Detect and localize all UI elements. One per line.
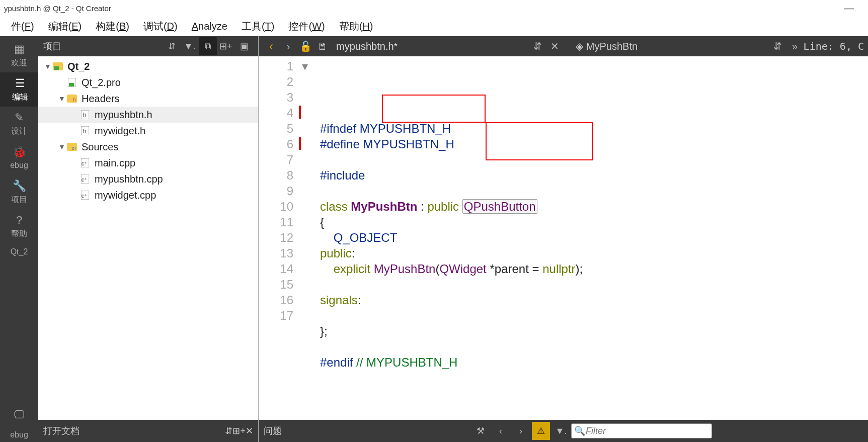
titlebar: ypushbtn.h @ Qt_2 - Qt Creator — xyxy=(0,0,868,16)
menu-help[interactable]: 帮助(H) xyxy=(332,20,380,33)
updown-icon[interactable]: ⇵ xyxy=(163,37,181,55)
close-tab-icon[interactable]: ✕ xyxy=(547,39,563,54)
change-marks xyxy=(299,56,302,420)
pencil-icon: ✎ xyxy=(13,111,26,124)
menu-edit[interactable]: 编辑(E) xyxy=(41,20,89,33)
grid-icon: ▦ xyxy=(13,43,26,56)
tree-label: mypushbtn.h xyxy=(95,109,152,121)
tree-item[interactable]: c⁺mywidget.cpp xyxy=(38,187,258,203)
tree-item[interactable]: ▼Qt_2 xyxy=(38,58,258,74)
twisty-icon[interactable]: ▼ xyxy=(57,95,66,103)
lock-icon[interactable]: 🔓 xyxy=(298,39,313,54)
warning-icon[interactable]: ⚠ xyxy=(532,422,550,440)
mode-edit[interactable]: ☰ 编辑 xyxy=(0,72,38,107)
mode-debug[interactable]: 🐞 ebug xyxy=(0,141,38,175)
menu-analyze[interactable]: Analyze xyxy=(185,21,234,32)
svg-text:c⁺: c⁺ xyxy=(82,193,87,199)
wrench-icon: 🔧 xyxy=(13,180,26,193)
tree-item[interactable]: ▼c++Sources xyxy=(38,139,258,155)
build-icon[interactable]: ⚒ xyxy=(471,422,490,440)
split-add2-icon[interactable]: ⊞+ xyxy=(232,425,246,436)
editor-header: ‹ › 🔓 🗎 mypushbtn.h* ⇵ ✕ ◈ MyPushBtn ⇵ »… xyxy=(259,36,868,56)
issues-title[interactable]: 问题 xyxy=(264,425,282,437)
issues-bar: 问题 ⚒ ‹ › ⚠ ▼. 🔍 xyxy=(259,420,868,442)
back-icon[interactable]: ‹ xyxy=(264,39,279,54)
tree-label: Qt_2 xyxy=(67,61,90,72)
cursor-position: Line: 6, C xyxy=(804,40,864,52)
tree-label: Sources xyxy=(82,141,118,153)
tree-item[interactable]: c⁺main.cpp xyxy=(38,155,258,171)
search-icon: 🔍 xyxy=(574,425,585,436)
menu-tools[interactable]: 工具(T) xyxy=(234,20,282,33)
next-issue-icon[interactable]: › xyxy=(512,422,530,440)
tree-item[interactable]: Qt_2.pro xyxy=(38,74,258,91)
monitor-icon[interactable]: 🖵 xyxy=(0,404,38,428)
panel-icon[interactable]: ▣ xyxy=(235,37,253,55)
prev-issue-icon[interactable]: ‹ xyxy=(492,422,510,440)
tree-label: mypushbtn.cpp xyxy=(95,173,163,185)
tree-item[interactable]: c⁺mypushbtn.cpp xyxy=(38,171,258,187)
svg-text:c⁺: c⁺ xyxy=(82,177,87,183)
mode-help[interactable]: ? 帮助 xyxy=(0,209,38,243)
sidebar-header: 项目 ⇵ ▼. ⧉ ⊞+ ▣ xyxy=(38,36,258,56)
updown3-icon[interactable]: ⇵ xyxy=(530,39,545,54)
bug-icon: 🐞 xyxy=(13,146,26,159)
split-add-icon[interactable]: ⊞+ xyxy=(217,37,235,55)
twisty-icon[interactable]: ▼ xyxy=(43,62,52,70)
filter-icon[interactable]: ▼. xyxy=(181,37,199,55)
file-icon: 🗎 xyxy=(315,39,330,54)
class-icon: ◈ xyxy=(576,40,583,52)
minimize-button[interactable]: — xyxy=(844,3,864,14)
debug-tab[interactable]: ebug xyxy=(0,428,38,442)
mode-welcome[interactable]: ▦ 欢迎 xyxy=(0,38,38,72)
symbol-selector[interactable]: ◈ MyPushBtn xyxy=(576,40,638,52)
tree-item[interactable]: hmywidget.h xyxy=(38,123,258,139)
cfile-icon: c⁺ xyxy=(80,157,91,168)
lines-icon: ☰ xyxy=(14,77,27,90)
svg-text:h: h xyxy=(83,128,87,135)
editor-filename[interactable]: mypushbtn.h* xyxy=(336,41,398,52)
line-numbers: 1234567891011121314151617 xyxy=(259,56,299,420)
sidebar: 项目 ⇵ ▼. ⧉ ⊞+ ▣ ▼Qt_2Qt_2.pro▼hHeadershmy… xyxy=(38,36,259,442)
updown2-icon[interactable]: ⇵ xyxy=(225,425,232,436)
svg-rect-1 xyxy=(54,66,59,70)
svg-rect-3 xyxy=(69,83,74,86)
code-lines[interactable]: #ifndef MYPUSHBTN_H#define MYPUSHBTN_H #… xyxy=(311,56,868,420)
menu-debug[interactable]: 调试(D) xyxy=(136,20,185,33)
menu-build[interactable]: 构建(B) xyxy=(89,20,136,33)
menubar: 件(F) 编辑(E) 构建(B) 调试(D) Analyze 工具(T) 控件(… xyxy=(0,16,868,36)
code-editor[interactable]: 1234567891011121314151617 ▾ #ifndef MYPU… xyxy=(259,56,868,420)
hfile-icon: h xyxy=(80,109,91,120)
svg-text:c++: c++ xyxy=(72,146,77,151)
close-panel-icon[interactable]: ✕ xyxy=(246,425,253,436)
expand-icon[interactable]: » xyxy=(787,39,803,54)
twisty-icon[interactable]: ▼ xyxy=(57,143,66,151)
pro-icon xyxy=(66,77,77,88)
screen-icon: 🖵 xyxy=(13,408,26,421)
tree-item[interactable]: ▼hHeaders xyxy=(38,91,258,107)
window-title: ypushbtn.h @ Qt_2 - Qt Creator xyxy=(4,4,111,13)
mode-projects[interactable]: 🔧 项目 xyxy=(0,175,38,209)
menu-controls[interactable]: 控件(W) xyxy=(281,20,332,33)
forward-icon[interactable]: › xyxy=(281,39,296,54)
mode-bar: ▦ 欢迎 ☰ 编辑 ✎ 设计 🐞 ebug 🔧 项目 ? 帮助 Qt_2 🖵 xyxy=(0,36,38,442)
menu-file[interactable]: 件(F) xyxy=(4,20,41,33)
project-tree[interactable]: ▼Qt_2Qt_2.pro▼hHeadershmypushbtn.hhmywid… xyxy=(38,56,258,420)
filter2-icon[interactable]: ▼. xyxy=(552,422,570,440)
folder-h-icon: h xyxy=(66,93,77,104)
sidebar-title: 项目 xyxy=(43,40,61,52)
tree-label: Qt_2.pro xyxy=(82,77,121,89)
filter-wrap: 🔍 xyxy=(571,423,712,438)
fold-column[interactable]: ▾ xyxy=(302,56,311,420)
project-context[interactable]: Qt_2 xyxy=(0,243,38,260)
svg-text:h: h xyxy=(73,97,76,103)
tree-item[interactable]: hmypushbtn.h xyxy=(38,107,258,123)
filter-input[interactable] xyxy=(571,423,712,438)
highlight-box-1 xyxy=(382,95,486,123)
updown4-icon[interactable]: ⇵ xyxy=(770,39,785,54)
folder-qt-icon xyxy=(52,61,63,72)
svg-text:h: h xyxy=(83,112,87,119)
mode-design[interactable]: ✎ 设计 xyxy=(0,107,38,141)
open-docs-label[interactable]: 打开文档 xyxy=(43,425,80,437)
link-icon[interactable]: ⧉ xyxy=(199,37,217,55)
